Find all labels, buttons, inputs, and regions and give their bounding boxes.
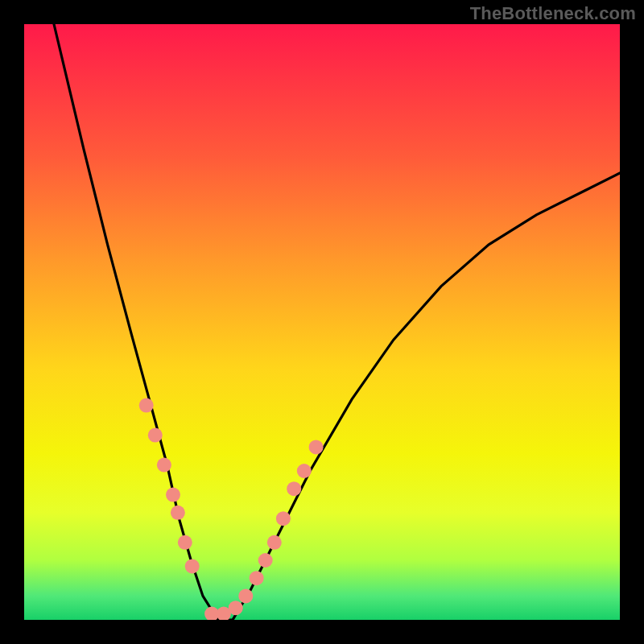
marker-point — [258, 553, 273, 568]
marker-point — [297, 464, 312, 478]
marker-point — [148, 428, 163, 443]
marker-point — [238, 588, 253, 603]
marker-point — [178, 535, 192, 550]
chart-svg — [24, 24, 620, 620]
marker-point — [309, 440, 324, 454]
watermark-text: TheBottleneck.com — [470, 3, 636, 24]
marker-point — [287, 481, 301, 496]
highlighted-points — [139, 398, 324, 620]
chart-area — [24, 24, 620, 620]
marker-point — [229, 601, 243, 615]
marker-point — [267, 535, 282, 550]
bottleneck-curve — [54, 24, 620, 620]
marker-point — [139, 398, 154, 413]
marker-point — [276, 511, 291, 526]
marker-point — [185, 559, 200, 573]
marker-point — [157, 458, 171, 473]
marker-point — [166, 488, 180, 502]
marker-point — [250, 571, 264, 585]
marker-point — [171, 506, 185, 520]
